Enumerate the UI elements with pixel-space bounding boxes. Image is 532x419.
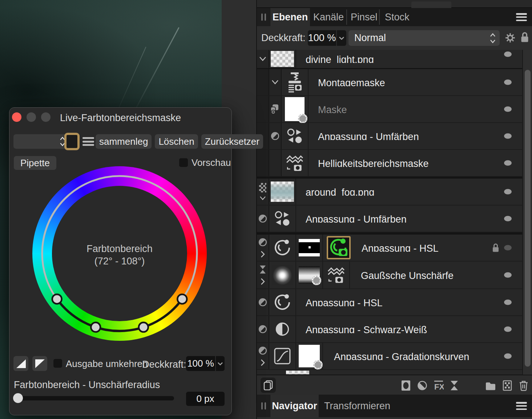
layer-row-divine-light[interactable]: divine_light.png (257, 50, 523, 69)
mask-thumbnail[interactable] (296, 343, 323, 369)
layer-row-umfaerben-2[interactable]: Anpassung - Umfärben (257, 205, 523, 232)
panel-menu-icon[interactable] (516, 402, 527, 410)
layer-row-umfaerben-1[interactable]: Anpassung - Umfärben (257, 123, 523, 150)
layer-icon-cell[interactable] (269, 235, 296, 261)
duplicate-layer-button[interactable] (261, 378, 276, 393)
blur-radius-slider[interactable] (14, 396, 174, 400)
selected-range-swatch[interactable] (64, 133, 80, 150)
layer-expand-cell[interactable] (257, 343, 269, 369)
layer-row-around-fog[interactable]: around_fog.png (257, 179, 523, 205)
visibility-dot[interactable] (504, 133, 512, 139)
merge-button[interactable]: sammenleg (96, 134, 152, 149)
layer-row-gradationskurven[interactable]: Anpassung - Gradationskurven (257, 343, 523, 370)
live-filter-hourglass-icon[interactable] (450, 380, 459, 391)
range-handle-end[interactable] (139, 323, 148, 332)
preview-checkbox[interactable] (179, 158, 188, 167)
layer-name: Maske (318, 105, 523, 113)
lock-icon[interactable] (520, 31, 529, 43)
mask-layer-icon[interactable] (401, 380, 411, 391)
falloff-handle-start[interactable] (52, 294, 62, 304)
preset-menu-icon[interactable] (82, 137, 94, 146)
fx-layer-effects-icon[interactable]: FX (434, 380, 444, 391)
layer-row-partial[interactable] (257, 370, 523, 374)
mask-thumbnail[interactable] (296, 262, 323, 288)
scrollbar-track[interactable] (522, 50, 532, 375)
group-folder-icon[interactable] (485, 380, 496, 391)
chevron-down-icon (339, 36, 344, 40)
visibility-dot[interactable] (504, 80, 512, 85)
mask-thumbnail[interactable] (296, 235, 323, 261)
opacity-value[interactable]: 100 % (308, 30, 336, 46)
layer-row-hsl-selected[interactable]: Anpassung - HSL (257, 235, 523, 262)
panel-drag-handle[interactable] (257, 395, 270, 417)
layer-expand-cell[interactable] (257, 235, 269, 261)
visibility-dot[interactable] (504, 107, 512, 112)
layer-expand-cell[interactable] (269, 69, 282, 95)
layer-row-helligkeitsbereichsmaske[interactable]: Helligkeitsbereichsmaske (257, 150, 523, 177)
layer-icon-cell[interactable] (323, 262, 350, 288)
layer-row-schwarz-weiss[interactable]: Anpassung - Schwarz-Weiß (257, 316, 523, 343)
tab-transformieren[interactable]: Transformieren (324, 395, 390, 417)
visibility-dot[interactable] (504, 354, 512, 359)
panel-drag-handle[interactable] (257, 8, 270, 26)
wheel-center-label: Farbtonbereich (86, 243, 153, 254)
layer-icon-cell[interactable] (282, 123, 309, 149)
falloff-linear-button[interactable] (13, 356, 28, 371)
falloff-handle-end[interactable] (177, 294, 187, 304)
live-hsl-filter-chip-selected[interactable] (327, 236, 351, 259)
tab-stock[interactable]: Stock (385, 8, 410, 26)
layer-icon-cell[interactable] (269, 316, 296, 342)
layer-row-montagemaske[interactable]: Montagemaske (257, 69, 523, 96)
ramp-up-icon (16, 359, 26, 368)
layer-icon-cell[interactable] (282, 69, 309, 95)
hue-range-overlay[interactable]: Farbtonbereich (72° - 108°) (32, 166, 207, 341)
invert-output-checkbox[interactable] (53, 359, 62, 368)
hue-range-wheel[interactable]: Farbtonbereich (72° - 108°) (32, 166, 207, 341)
dialog-opacity-value[interactable]: 100 % (186, 356, 215, 371)
opacity-dropdown-button[interactable] (337, 30, 346, 46)
reset-button[interactable]: Zurücksetzer (201, 134, 263, 149)
panel-menu-icon[interactable] (516, 13, 527, 21)
layer-expand-cell[interactable] (257, 262, 269, 288)
visibility-dot[interactable] (504, 52, 512, 57)
tab-pinsel[interactable]: Pinsel (351, 8, 378, 26)
mask-thumbnail[interactable] (282, 96, 309, 122)
layer-row-hsl-2[interactable]: Anpassung - HSL (257, 289, 523, 316)
visibility-dot[interactable] (504, 189, 512, 195)
delete-button[interactable]: Löschen (155, 134, 198, 149)
visibility-dot[interactable] (504, 327, 512, 332)
invert-output-label: Ausgabe umkehren (66, 358, 148, 370)
blur-radius-value[interactable]: 0 px (186, 392, 225, 406)
trash-icon[interactable] (519, 380, 529, 391)
visibility-dot[interactable] (504, 300, 512, 305)
layer-icon-cell[interactable] (269, 343, 296, 369)
falloff-curved-button[interactable] (32, 356, 47, 371)
visibility-dot[interactable] (504, 245, 512, 251)
layer-row-gaussian-blur[interactable]: Gaußsche Unschärfe (257, 262, 523, 289)
new-layer-checker-icon[interactable] (503, 380, 512, 391)
panel-top-tab-hint (411, 1, 451, 8)
layer-expand-cell[interactable] (257, 179, 269, 205)
range-handle-start[interactable] (91, 323, 100, 332)
layer-expand-cell[interactable] (257, 50, 269, 68)
tab-ebenen[interactable]: Ebenen (270, 8, 310, 26)
studio-panel: Ebenen Kanäle Pinsel Stock Deckkraft: 10… (256, 0, 532, 419)
adjustment-layer-icon[interactable] (417, 380, 427, 391)
scrollbar-thumb[interactable] (525, 70, 531, 367)
dialog-opacity-dropdown[interactable] (215, 356, 225, 371)
visibility-dot[interactable] (504, 216, 512, 222)
visibility-dot[interactable] (504, 272, 512, 278)
layer-thumbnail[interactable] (269, 179, 296, 205)
blend-mode-select[interactable]: Normal (348, 30, 500, 46)
visibility-dot[interactable] (504, 160, 512, 166)
layer-icon-cell[interactable] (269, 205, 296, 232)
layer-row-maske[interactable]: Maske (257, 96, 523, 123)
tab-navigator[interactable]: Navigator (270, 395, 319, 417)
layer-thumbnail[interactable] (269, 50, 296, 68)
tab-kanaele[interactable]: Kanäle (313, 8, 344, 26)
layer-icon-cell[interactable] (269, 289, 296, 315)
gear-icon[interactable] (505, 32, 516, 43)
slider-thumb[interactable] (13, 393, 23, 403)
layer-icon-cell[interactable] (282, 150, 309, 176)
filter-thumbnail[interactable] (269, 262, 296, 288)
